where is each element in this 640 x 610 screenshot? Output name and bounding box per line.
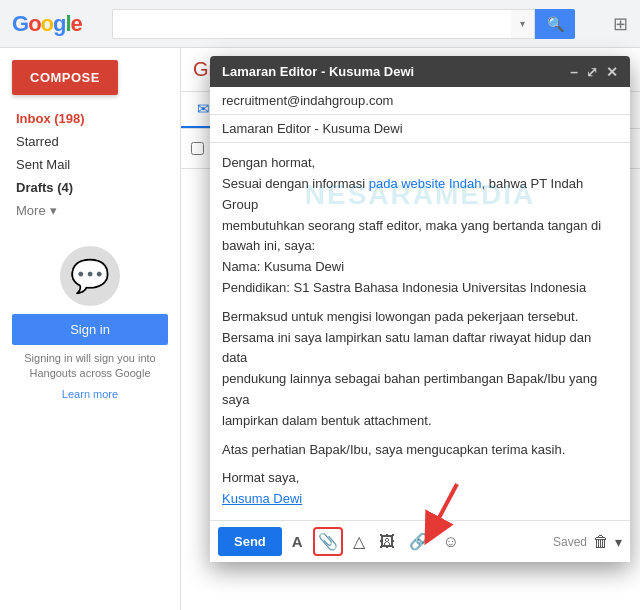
body-line-5: Nama: Kusuma Dewi: [222, 257, 618, 278]
avatar: 💬: [60, 246, 120, 306]
body-line-3: membutuhkan seorang staff editor, maka y…: [222, 216, 618, 237]
subject-text: Lamaran Editor - Kusuma Dewi: [222, 121, 403, 136]
drive-icon[interactable]: △: [349, 528, 369, 555]
inbox-label: Inbox (198): [16, 111, 85, 126]
to-address: recruitment@indahgroup.com: [222, 93, 393, 108]
grid-icon[interactable]: ⊞: [613, 13, 628, 35]
body-line-6: Pendidikan: S1 Sastra Bahasa Indonesia U…: [222, 278, 618, 299]
search-button[interactable]: 🔍: [535, 9, 575, 39]
saved-status: Saved: [553, 535, 587, 549]
delete-icon[interactable]: 🗑: [593, 533, 609, 551]
compose-button[interactable]: COMPOSE: [12, 60, 118, 95]
more-label: More: [16, 203, 46, 218]
to-field: recruitment@indahgroup.com: [210, 87, 630, 115]
top-bar: Google ▾ 🔍 ⊞: [0, 0, 640, 48]
primary-tab-icon: ✉: [197, 100, 210, 118]
modal-controls: – ⤢ ✕: [570, 65, 618, 79]
more-arrow-icon: ▾: [50, 203, 57, 218]
body-closing: Hormat saya, Kusuma Dewi: [222, 468, 618, 510]
body-para-3: Atas perhatian Bapak/Ibu, saya mengucapk…: [222, 440, 618, 461]
sidebar-item-sent[interactable]: Sent Mail: [0, 153, 180, 176]
body-line-4: bawah ini, saya:: [222, 236, 618, 257]
sidebar-item-inbox[interactable]: Inbox (198): [0, 107, 180, 130]
email-checkbox[interactable]: [191, 142, 204, 155]
hangouts-description: Signing in will sign you into Hangouts a…: [12, 351, 168, 382]
minimize-button[interactable]: –: [570, 65, 578, 79]
sidebar-item-drafts[interactable]: Drafts (4): [0, 176, 180, 199]
search-dropdown-btn[interactable]: ▾: [511, 9, 535, 39]
send-button[interactable]: Send: [218, 527, 282, 556]
google-logo: Google: [12, 11, 82, 37]
email-body[interactable]: NESARAMEDIA Dengan hormat, Sesuai dengan…: [210, 143, 630, 520]
more-options-icon[interactable]: ▾: [615, 534, 622, 550]
sent-label: Sent Mail: [16, 157, 70, 172]
sender-link[interactable]: Kusuma Dewi: [222, 491, 302, 506]
modal-body: recruitment@indahgroup.com Lamaran Edito…: [210, 87, 630, 520]
search-input[interactable]: [121, 16, 503, 32]
link-icon[interactable]: 🔗: [405, 528, 433, 555]
emoji-icon[interactable]: ☺: [439, 529, 463, 555]
drafts-label: Drafts (4): [16, 180, 73, 195]
maximize-button[interactable]: ⤢: [586, 65, 598, 79]
attach-icon[interactable]: 📎: [313, 527, 343, 556]
compose-modal: Lamaran Editor - Kusuma Dewi – ⤢ ✕ recru…: [210, 56, 630, 562]
hangouts-section: 💬 Sign in Signing in will sign you into …: [0, 238, 180, 409]
starred-label: Starred: [16, 134, 59, 149]
body-line-2: Sesuai dengan informasi pada website Ind…: [222, 174, 618, 216]
learn-more-link[interactable]: Learn more: [62, 388, 118, 400]
subject-field: Lamaran Editor - Kusuma Dewi: [210, 115, 630, 143]
body-para-2: Bermaksud untuk mengisi lowongan pada pe…: [222, 307, 618, 432]
modal-header: Lamaran Editor - Kusuma Dewi – ⤢ ✕: [210, 56, 630, 87]
modal-toolbar: Send A 📎 △ 🖼 🔗 ☺ Saved 🗑 ▾: [210, 520, 630, 562]
photo-icon[interactable]: 🖼: [375, 529, 399, 555]
sidebar: COMPOSE Inbox (198) Starred Sent Mail Dr…: [0, 48, 180, 610]
email-area: Gmail ▾ ▾ ↻ More ▾ 1–50 of 390 ‹ ›: [180, 48, 640, 610]
body-line-1: Dengan hormat,: [222, 153, 618, 174]
format-icon[interactable]: A: [288, 529, 307, 554]
sidebar-item-starred[interactable]: Starred: [0, 130, 180, 153]
sign-in-button[interactable]: Sign in: [12, 314, 168, 345]
close-button[interactable]: ✕: [606, 65, 618, 79]
search-bar: ▾ 🔍: [112, 9, 575, 39]
modal-title: Lamaran Editor - Kusuma Dewi: [222, 64, 570, 79]
sidebar-item-more[interactable]: More ▾: [0, 199, 180, 222]
